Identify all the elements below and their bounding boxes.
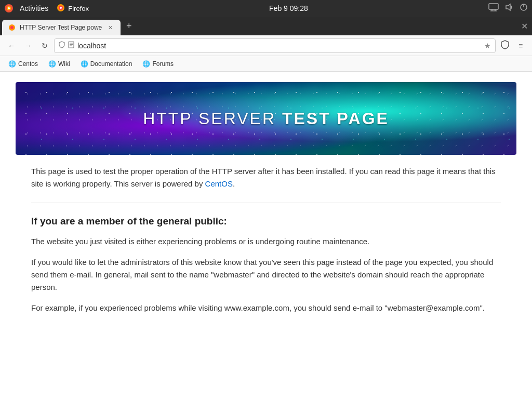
bookmark-forums-icon: 🌐 — [142, 60, 150, 68]
back-button[interactable]: ← — [4, 38, 19, 53]
reload-icon: ↻ — [42, 42, 48, 50]
forward-button[interactable]: → — [21, 38, 35, 53]
bookmark-wiki-icon: 🌐 — [48, 60, 56, 68]
address-bar[interactable]: localhost ★ — [54, 38, 496, 53]
nav-right-buttons: ≡ — [498, 38, 528, 53]
tab-bar: HTTP Server Test Page powe ✕ + ✕ — [0, 17, 532, 35]
banner-title: HTTP SERVER TEST PAGE — [143, 109, 389, 128]
banner: HTTP SERVER TEST PAGE — [16, 82, 516, 155]
new-tab-button[interactable]: + — [122, 19, 136, 33]
intro-paragraph: This page is used to test the proper ope… — [0, 155, 532, 190]
bookmark-documentation-icon: 🌐 — [81, 60, 88, 68]
tab-close-button[interactable]: ✕ — [106, 23, 114, 32]
bookmark-documentation-label: Documentation — [90, 60, 132, 68]
gnome-icon — [4, 4, 14, 13]
bookmark-centos-label: Centos — [18, 60, 38, 68]
bookmark-star-icon[interactable]: ★ — [484, 42, 491, 50]
svg-point-14 — [10, 26, 14, 29]
tab-title: HTTP Server Test Page powe — [20, 24, 102, 31]
bookmark-centos[interactable]: 🌐 Centos — [4, 58, 42, 70]
nav-bar: ← → ↻ localhost ★ — [0, 35, 532, 56]
system-bar-left: Activities Firefox — [4, 2, 89, 15]
section1-para3: For example, if you experienced problems… — [0, 302, 532, 314]
close-window-button[interactable]: ✕ — [519, 21, 530, 31]
shield-icon — [501, 40, 509, 51]
tab-favicon — [8, 24, 16, 31]
system-bar: Activities Firefox Feb 9 09:28 — [0, 0, 532, 17]
divider — [31, 203, 501, 203]
reload-button[interactable]: ↻ — [37, 38, 52, 53]
section1-para2: If you would like to let the administrat… — [0, 256, 532, 294]
section1-para1: The website you just visited is either e… — [0, 235, 532, 248]
activities-button[interactable]: Activities — [16, 2, 52, 15]
bookmark-documentation[interactable]: 🌐 Documentation — [76, 58, 137, 70]
svg-rect-6 — [489, 4, 498, 9]
bookmark-wiki-label: Wiki — [58, 60, 70, 68]
system-datetime: Feb 9 09:28 — [269, 4, 308, 12]
banner-title-light: HTTP SERVER — [143, 109, 282, 128]
banner-title-bold: TEST PAGE — [282, 109, 389, 128]
bookmark-forums-label: Forums — [152, 60, 174, 68]
back-icon: ← — [8, 42, 15, 50]
system-bar-right — [488, 3, 528, 14]
svg-marker-10 — [506, 4, 510, 10]
bookmark-wiki[interactable]: 🌐 Wiki — [44, 58, 74, 70]
bookmark-forums[interactable]: 🌐 Forums — [138, 58, 178, 70]
hamburger-icon: ≡ — [518, 42, 523, 50]
firefox-icon — [57, 4, 65, 14]
menu-button[interactable]: ≡ — [513, 38, 528, 53]
bookmark-centos-icon: 🌐 — [8, 60, 16, 68]
address-text: localhost — [77, 42, 481, 50]
centos-link[interactable]: CentOS — [205, 179, 233, 188]
monitor-icon — [488, 3, 499, 14]
activities-label: Activities — [20, 4, 48, 12]
volume-icon — [505, 3, 513, 14]
power-icon — [520, 3, 528, 14]
section1-title: If you are a member of the general publi… — [0, 216, 532, 227]
page-icon — [68, 41, 74, 50]
active-tab[interactable]: HTTP Server Test Page powe ✕ — [2, 20, 121, 35]
page-content: HTTP SERVER TEST PAGE This page is used … — [0, 72, 532, 399]
svg-point-5 — [60, 7, 62, 9]
firefox-taskbar-item[interactable]: Firefox — [57, 4, 89, 14]
bookmarks-bar: 🌐 Centos 🌐 Wiki 🌐 Documentation 🌐 Forums — [0, 56, 532, 72]
svg-point-2 — [8, 7, 10, 9]
intro-text: This page is used to test the proper ope… — [31, 167, 496, 188]
forward-icon: → — [24, 42, 32, 50]
firefox-taskbar-label: Firefox — [68, 5, 89, 12]
shield-button[interactable] — [498, 38, 512, 53]
security-icon — [59, 41, 65, 50]
